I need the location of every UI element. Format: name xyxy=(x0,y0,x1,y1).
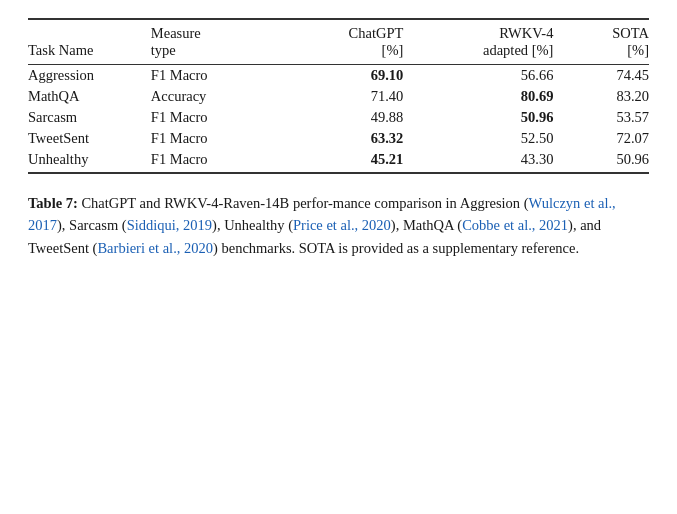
cell-task: Unhealthy xyxy=(28,149,151,173)
caption-plain-text: ), Sarcasm ( xyxy=(57,217,127,233)
col-label-rwkv: RWKV-4adapted [%] xyxy=(403,25,553,65)
caption-plain-text: ) benchmarks. SOTA is provided as a supp… xyxy=(213,240,579,256)
citation-link: Price et al., 2020 xyxy=(293,217,391,233)
table-row: AggressionF1 Macro69.1056.6674.45 xyxy=(28,65,649,87)
cell-task: TweetSent xyxy=(28,128,151,149)
cell-sota: 83.20 xyxy=(553,86,649,107)
cell-chatgpt: 45.21 xyxy=(280,149,403,173)
cell-chatgpt: 49.88 xyxy=(280,107,403,128)
cell-rwkv: 56.66 xyxy=(403,65,553,87)
caption-plain-text: ChatGPT and RWKV-4-Raven-14B perfor-manc… xyxy=(78,195,529,211)
cell-rwkv: 43.30 xyxy=(403,149,553,173)
citation-link: Siddiqui, 2019 xyxy=(127,217,212,233)
table-header-row: Task Name Measuretype ChatGPT[%] RWKV-4a… xyxy=(28,25,649,65)
cell-chatgpt: 63.32 xyxy=(280,128,403,149)
cell-rwkv: 80.69 xyxy=(403,86,553,107)
cell-sota: 72.07 xyxy=(553,128,649,149)
table-row: UnhealthyF1 Macro45.2143.3050.96 xyxy=(28,149,649,173)
cell-measure: F1 Macro xyxy=(151,149,281,173)
cell-rwkv: 50.96 xyxy=(403,107,553,128)
cell-sota: 74.45 xyxy=(553,65,649,87)
cell-measure: Accuracy xyxy=(151,86,281,107)
table-row: TweetSentF1 Macro63.3252.5072.07 xyxy=(28,128,649,149)
col-label-chatgpt: ChatGPT[%] xyxy=(280,25,403,65)
cell-sota: 50.96 xyxy=(553,149,649,173)
cell-chatgpt: 69.10 xyxy=(280,65,403,87)
caption-plain-text: ), MathQA ( xyxy=(391,217,462,233)
cell-measure: F1 Macro xyxy=(151,107,281,128)
citation-link: Barbieri et al., 2020 xyxy=(97,240,213,256)
cell-measure: F1 Macro xyxy=(151,128,281,149)
caption-plain-text: ), Unhealthy ( xyxy=(212,217,293,233)
cell-task: Sarcasm xyxy=(28,107,151,128)
cell-rwkv: 52.50 xyxy=(403,128,553,149)
citation-link: Cobbe et al., 2021 xyxy=(462,217,568,233)
cell-task: Aggression xyxy=(28,65,151,87)
col-label-taskname: Task Name xyxy=(28,25,151,65)
results-table: Task Name Measuretype ChatGPT[%] RWKV-4a… xyxy=(28,18,649,174)
table-row: SarcasmF1 Macro49.8850.9653.57 xyxy=(28,107,649,128)
caption-number: Table 7: xyxy=(28,195,78,211)
col-label-sota: SOTA[%] xyxy=(553,25,649,65)
cell-chatgpt: 71.40 xyxy=(280,86,403,107)
table-caption: Table 7: ChatGPT and RWKV-4-Raven-14B pe… xyxy=(28,192,649,259)
col-label-measure: Measuretype xyxy=(151,25,281,65)
cell-sota: 53.57 xyxy=(553,107,649,128)
table-row: MathQAAccuracy71.4080.6983.20 xyxy=(28,86,649,107)
cell-task: MathQA xyxy=(28,86,151,107)
caption-text: ChatGPT and RWKV-4-Raven-14B perfor-manc… xyxy=(28,195,616,256)
table-body: AggressionF1 Macro69.1056.6674.45MathQAA… xyxy=(28,65,649,174)
table-container: Task Name Measuretype ChatGPT[%] RWKV-4a… xyxy=(28,18,649,174)
cell-measure: F1 Macro xyxy=(151,65,281,87)
